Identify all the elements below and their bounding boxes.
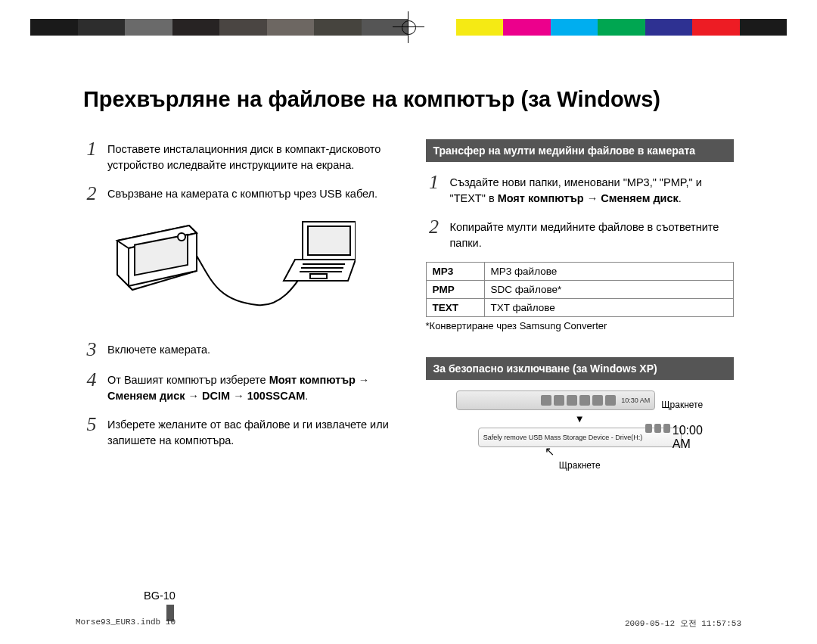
- step-number: 1: [426, 173, 443, 192]
- step-number: 3: [83, 340, 100, 359]
- step-number: 4: [83, 370, 100, 390]
- down-arrow-icon: ▼: [575, 413, 585, 425]
- step-text: Създайте нови папки, именовани "MP3," "P…: [450, 173, 735, 207]
- table-footnote: *Конвертиране чрез Samsung Converter: [426, 320, 735, 331]
- step-4-intro: От Вашият компютър изберете: [107, 374, 269, 386]
- section-header-transfer: Трансфер на мулти медийни файлове в каме…: [426, 139, 735, 162]
- filetype-value: MP3 файлове: [484, 263, 734, 281]
- tray-icon: [579, 395, 590, 406]
- tray-icon: [654, 424, 661, 433]
- right-column: Трансфер на мулти медийни файлове в каме…: [426, 139, 735, 471]
- step-number: 5: [83, 415, 100, 434]
- step-text: Поставете инсталационния диск в компакт-…: [107, 139, 392, 173]
- step-text: Свързване на камерата с компютър чрез US…: [107, 184, 377, 202]
- step-number: 2: [83, 184, 100, 204]
- svg-point-1: [178, 233, 185, 241]
- tray-icon: [605, 395, 616, 406]
- filetype-value: TXT файлове: [484, 299, 734, 317]
- click-label: Щракнете: [661, 400, 703, 410]
- step-3: 3 Включете камерата.: [83, 340, 392, 359]
- step-text: Изберете желаните от вас файлове и ги из…: [107, 415, 392, 449]
- filetype-key: PMP: [426, 281, 484, 299]
- r-step-2: 2 Копирайте мулти медийните файлове в съ…: [426, 217, 735, 251]
- page-number: BG-10: [144, 590, 176, 602]
- tray-icon: [645, 424, 652, 433]
- tray-clock: 10:00 AM: [673, 424, 710, 451]
- filetype-key: TEXT: [426, 299, 484, 317]
- step-5: 5 Изберете желаните от вас файлове и ги …: [83, 415, 392, 449]
- safe-remove-balloon: Safely remove USB Mass Storage Device - …: [478, 428, 682, 447]
- filetype-table-body: MP3MP3 файловеPMPSDC файлове*TEXTTXT фай…: [426, 263, 734, 317]
- filetype-table: MP3MP3 файловеPMPSDC файлове*TEXTTXT фай…: [426, 262, 735, 317]
- registration-mark: [399, 17, 418, 37]
- safe-remove-illustration: 10:30 AM Щракнете ▼ Safely remove USB Ma…: [426, 390, 735, 471]
- step-number: 2: [426, 217, 443, 237]
- step-4-end: .: [305, 390, 308, 402]
- table-row: MP3MP3 файлове: [426, 263, 734, 281]
- r-step-1-path: Моят компютър → Сменяем диск: [498, 192, 679, 204]
- table-row: PMPSDC файлове*: [426, 281, 734, 299]
- r-step-1: 1 Създайте нови папки, именовани "MP3," …: [426, 173, 735, 207]
- filetype-key: MP3: [426, 263, 484, 281]
- print-footer: Morse93_EUR3.indb 10 2009-05-12 오전 11:57…: [76, 618, 741, 629]
- balloon-text: Safely remove USB Mass Storage Device - …: [483, 434, 643, 441]
- tray-icon: [554, 395, 564, 406]
- print-footer-right: 2009-05-12 오전 11:57:53: [625, 618, 741, 629]
- r-step-1-end: .: [679, 192, 682, 204]
- svg-rect-3: [308, 226, 350, 255]
- tray-clock: 10:30 AM: [621, 397, 650, 404]
- section-header-safe-remove: За безопасно изключване (за Windows XP): [426, 357, 735, 380]
- system-tray-before: 10:30 AM: [456, 390, 655, 410]
- step-4: 4 От Вашият компютър изберете Моят компю…: [83, 370, 392, 404]
- left-column: 1 Поставете инсталационния диск в компак…: [83, 139, 392, 471]
- step-1: 1 Поставете инсталационния диск в компак…: [83, 139, 392, 173]
- step-text: Включете камерата.: [107, 340, 210, 358]
- step-number: 1: [83, 139, 100, 159]
- tray-icon: [567, 395, 577, 406]
- tray-icon: [541, 395, 551, 406]
- print-footer-left: Morse93_EUR3.indb 10: [76, 618, 176, 629]
- click-label: Щракнете: [559, 460, 601, 471]
- tray-icon: [592, 395, 603, 406]
- page-content: Прехвърляне на файлове на компютър (за W…: [83, 87, 734, 599]
- step-2: 2 Свързване на камерата с компютър чрез …: [83, 184, 392, 204]
- svg-rect-7: [310, 274, 327, 278]
- step-text: Копирайте мулти медийните файлове в съот…: [450, 217, 735, 251]
- step-text: От Вашият компютър изберете Моят компютъ…: [107, 370, 392, 404]
- camera-to-laptop-illustration: [106, 214, 392, 331]
- tray-icon: [663, 424, 670, 433]
- page-title: Прехвърляне на файлове на компютър (за W…: [83, 87, 734, 112]
- table-row: TEXTTXT файлове: [426, 299, 734, 317]
- filetype-value: SDC файлове*: [484, 281, 734, 299]
- cursor-icon: ↖: [545, 445, 555, 458]
